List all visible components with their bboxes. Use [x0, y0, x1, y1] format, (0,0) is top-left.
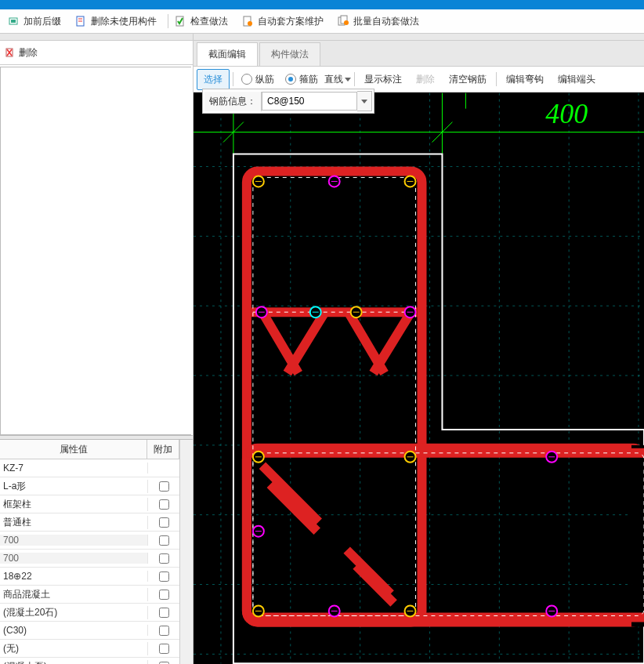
property-value[interactable]: KZ-7: [0, 463, 148, 474]
show-label-button[interactable]: 显示标注: [358, 70, 408, 89]
right-panel-grip[interactable]: [194, 34, 644, 41]
svg-rect-1: [11, 20, 16, 23]
property-row[interactable]: 700: [0, 550, 179, 568]
delete-doc-icon: [75, 15, 88, 27]
tab-component-method[interactable]: 构件做法: [259, 42, 320, 66]
left-panel: 删除 属性值 附加 KZ-7L-a形框架柱普通柱70070018⊕22商品混凝土…: [0, 34, 194, 664]
property-extra-checkbox[interactable]: [159, 662, 169, 665]
stirrup-radio[interactable]: 箍筋: [280, 73, 323, 86]
property-row[interactable]: (C30): [0, 622, 179, 640]
property-extra-cell: [148, 626, 179, 636]
property-value[interactable]: 700: [0, 535, 148, 546]
property-extra-checkbox[interactable]: [159, 626, 169, 636]
rebar-info-label: 钢筋信息：: [204, 92, 262, 111]
property-extra-cell: [148, 553, 179, 564]
delete-unused-button[interactable]: 删除未使用构件: [71, 13, 161, 30]
delete-icon: [5, 47, 16, 58]
property-extra-cell: [148, 535, 179, 546]
property-row[interactable]: (混凝土泵): [0, 658, 179, 664]
select-tool-button[interactable]: 选择: [197, 69, 230, 90]
property-value[interactable]: (无): [0, 642, 148, 655]
tab-section-edit[interactable]: 截面编辑: [197, 42, 258, 66]
svg-rect-35: [247, 171, 422, 622]
check-method-button[interactable]: 检查做法: [170, 13, 233, 30]
longitudinal-radio[interactable]: 纵筋: [237, 73, 279, 86]
property-panel: 属性值 附加 KZ-7L-a形框架柱普通柱70070018⊕22商品混凝土(混凝…: [0, 440, 193, 664]
property-row[interactable]: 18⊕22: [0, 568, 179, 586]
property-extra-checkbox[interactable]: [159, 481, 169, 492]
caret-down-icon: [361, 100, 367, 103]
property-extra-cell: [148, 608, 179, 618]
check-method-label: 检查做法: [190, 15, 228, 28]
property-extra-cell: [148, 662, 179, 665]
property-extra-checkbox[interactable]: [159, 644, 169, 654]
property-extra-cell: [148, 644, 179, 654]
left-toolbar: 删除: [0, 41, 193, 65]
property-scrollbar[interactable]: [179, 440, 193, 664]
svg-rect-46: [253, 453, 644, 616]
property-value[interactable]: 18⊕22: [0, 571, 148, 582]
property-extra-checkbox[interactable]: [159, 499, 169, 510]
property-extra-checkbox[interactable]: [159, 535, 169, 546]
property-header: 属性值 附加: [0, 440, 179, 459]
delete-button[interactable]: 删除: [5, 46, 38, 60]
section-canvas[interactable]: 400: [194, 93, 644, 664]
tab-bar: 截面编辑 构件做法: [194, 41, 644, 67]
property-value[interactable]: 商品混凝土: [0, 588, 148, 601]
clear-rebar-button[interactable]: 清空钢筋: [443, 70, 493, 89]
caret-down-icon: [345, 78, 351, 82]
property-value[interactable]: 框架柱: [0, 498, 148, 511]
left-panel-grip[interactable]: [0, 34, 193, 41]
property-row[interactable]: 商品混凝土: [0, 586, 179, 604]
separator: [496, 72, 497, 86]
separator: [233, 72, 233, 86]
property-row[interactable]: 700: [0, 532, 179, 550]
property-value[interactable]: (混凝土泵): [0, 660, 148, 665]
property-value[interactable]: 700: [0, 553, 148, 564]
delete-unused-label: 删除未使用构件: [91, 15, 157, 28]
property-extra-cell: [148, 517, 179, 528]
drawing-svg: 400: [194, 93, 644, 664]
right-panel: 截面编辑 构件做法 选择 纵筋 箍筋 直线 显示标注: [194, 34, 644, 664]
property-row[interactable]: 普通柱: [0, 513, 179, 532]
property-row[interactable]: KZ-7: [0, 459, 179, 477]
property-extra-cell: [148, 481, 179, 492]
line-dropdown[interactable]: 直线: [324, 73, 351, 86]
property-value[interactable]: 普通柱: [0, 516, 148, 529]
property-row[interactable]: L-a形: [0, 477, 179, 495]
radio-dot-off: [241, 74, 252, 85]
property-row[interactable]: 框架柱: [0, 495, 179, 513]
svg-point-10: [344, 20, 349, 25]
property-header-extra: 附加: [147, 440, 179, 459]
property-extra-checkbox[interactable]: [159, 553, 169, 564]
auto-maintain-button[interactable]: 自动套方案维护: [237, 13, 328, 30]
property-value[interactable]: L-a形: [0, 480, 148, 493]
property-row[interactable]: (无): [0, 640, 179, 658]
prefix-suffix-button[interactable]: 加前后缀: [3, 13, 66, 30]
rebar-info-input[interactable]: [262, 92, 357, 111]
property-extra-checkbox[interactable]: [159, 590, 169, 600]
rebar-info-dropdown[interactable]: [357, 91, 372, 111]
batch-auto-label: 批量自动套做法: [353, 15, 419, 28]
component-tree[interactable]: [0, 67, 191, 435]
delete-rebar-button[interactable]: 删除: [410, 70, 441, 89]
dimension-400: 400: [545, 98, 588, 129]
delete-label: 删除: [19, 46, 38, 60]
property-value[interactable]: (混凝土20石): [0, 606, 148, 619]
edit-hook-button[interactable]: 编辑弯钩: [500, 70, 550, 89]
property-extra-checkbox[interactable]: [159, 517, 169, 528]
batch-auto-button[interactable]: 批量自动套做法: [333, 13, 424, 30]
line-label: 直线: [324, 73, 343, 86]
edit-end-button[interactable]: 编辑端头: [552, 70, 602, 89]
property-extra-checkbox[interactable]: [159, 571, 169, 582]
main-toolbar: 加前后缀 删除未使用构件 检查做法 自动套方案维护 批量自动套做法: [0, 9, 644, 34]
svg-point-7: [248, 21, 252, 26]
title-bar: [0, 0, 644, 9]
property-row[interactable]: (混凝土20石): [0, 604, 179, 622]
check-icon: [175, 15, 187, 27]
property-extra-cell: [148, 499, 179, 510]
separator: [354, 72, 355, 86]
property-extra-checkbox[interactable]: [159, 608, 169, 618]
property-value[interactable]: (C30): [0, 625, 148, 636]
gear-doc-icon: [242, 15, 255, 27]
